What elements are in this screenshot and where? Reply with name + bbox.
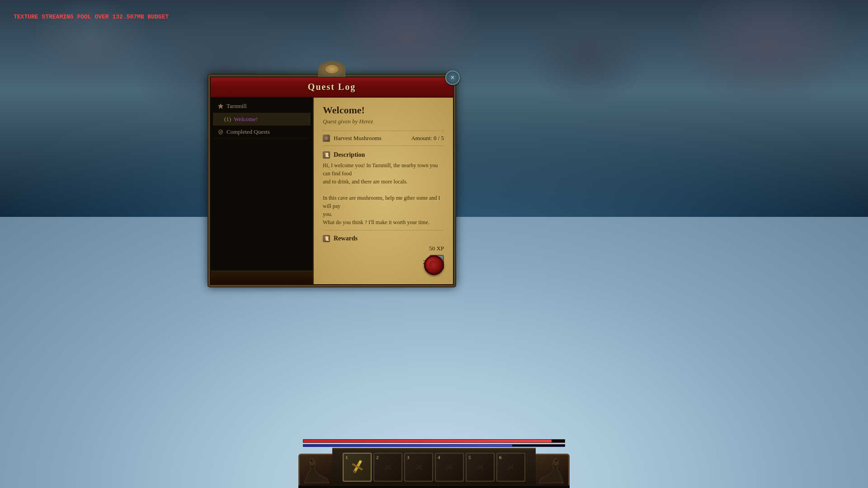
description-line2: and to drink, and there are more locals. <box>323 178 408 185</box>
hotbar-slot-3[interactable]: 3 <box>404 453 433 482</box>
hotbar-bottom-bar <box>298 485 570 488</box>
hotbar-slot-5[interactable]: 5 <box>466 453 495 482</box>
health-bar <box>303 440 552 442</box>
health-bar-container <box>303 439 565 443</box>
hotbar-left-decoration <box>298 454 332 485</box>
svg-marker-14 <box>508 464 514 469</box>
rewards-header: Rewards <box>323 235 444 242</box>
slot-key-2: 2 <box>376 455 379 460</box>
quest-list-scroll: Tarnmill (1) Welcome! C <box>213 100 311 271</box>
location-icon <box>217 103 224 109</box>
svg-marker-12 <box>446 464 453 469</box>
objective-left: Harvest Mushrooms <box>323 135 382 142</box>
description-line1: Hi, I welcome you! In Tarnmill, the near… <box>323 162 438 177</box>
hotbar-slot-4[interactable]: 4 <box>435 453 464 482</box>
quest-separator-3 <box>323 230 444 230</box>
quest-separator-2 <box>323 145 444 146</box>
slot-key-3: 3 <box>407 455 410 460</box>
svg-marker-13 <box>477 464 483 469</box>
description-title: Description <box>334 151 365 159</box>
window-content: Tarnmill (1) Welcome! C <box>211 98 453 284</box>
rewards-title: Rewards <box>334 235 358 242</box>
svg-marker-0 <box>218 103 223 109</box>
slot-key-6: 6 <box>499 455 502 460</box>
svg-marker-11 <box>415 464 422 469</box>
description-line4: you. <box>323 211 332 217</box>
quest-giver: Quest given by Herez <box>323 118 444 125</box>
slot-5-icon <box>473 460 487 474</box>
window-title: Quest Log <box>308 82 356 92</box>
window-top-ornament <box>318 61 345 77</box>
mana-bar <box>303 445 512 446</box>
description-header: Description <box>323 151 444 159</box>
description-line5: What do you think ? I'll make it worth y… <box>323 219 429 225</box>
window-title-bar: Quest Log <box>211 77 453 98</box>
completed-label: Completed Quests <box>226 128 270 136</box>
debug-text: TEXTURE STREAMING POOL OVER 132.507MB BU… <box>14 14 169 20</box>
svg-marker-10 <box>385 464 391 469</box>
welcome-label: Welcome! <box>234 116 258 123</box>
hotbar-slot-1[interactable]: 1 <box>343 453 372 482</box>
description-icon <box>323 151 330 159</box>
svg-point-15 <box>553 459 558 465</box>
quest-log-window: Quest Log Tarnmill <box>208 75 456 287</box>
svg-point-16 <box>556 460 557 461</box>
quest-category-completed[interactable]: Completed Quests <box>213 126 311 139</box>
quest-detail-title: Welcome! <box>323 104 444 116</box>
hotbar-right-decoration <box>536 454 570 485</box>
slot-6-icon <box>504 460 518 474</box>
wax-seal <box>425 257 442 273</box>
reward-xp: 50 XP <box>323 245 444 252</box>
mana-bar-container <box>303 444 565 447</box>
close-button[interactable] <box>445 70 460 85</box>
description-line3: In this cave are mushrooms, help me gthe… <box>323 195 440 209</box>
hud-bottom: 1 2 3 <box>298 439 570 488</box>
weapon-icon <box>349 459 366 476</box>
hotbar-frame: 1 2 3 <box>298 448 570 485</box>
quest-detail-panel: Welcome! Quest given by Herez Harvest Mu… <box>314 98 453 284</box>
quest-category-tarnmill[interactable]: Tarnmill <box>213 100 311 113</box>
completed-icon <box>217 129 224 135</box>
horse-head-right <box>536 454 568 485</box>
bars-container <box>298 439 570 447</box>
objective-label: Harvest Mushrooms <box>334 135 382 142</box>
quest-objective: Harvest Mushrooms Amount: 0 / 5 <box>323 135 444 142</box>
objective-icon <box>323 135 330 142</box>
quest-separator-1 <box>323 131 444 131</box>
slot-3-icon <box>412 460 425 474</box>
horse-head-left <box>300 454 332 485</box>
slot-key-5: 5 <box>468 455 471 460</box>
rewards-icon <box>323 235 330 242</box>
objective-amount: Amount: 0 / 5 <box>411 135 444 142</box>
quest-number: (1) <box>224 116 231 123</box>
hotbar-slot-2[interactable]: 2 <box>373 453 402 482</box>
tarnmill-label: Tarnmill <box>226 103 247 110</box>
hotbar-slots: 1 2 3 <box>332 448 536 485</box>
quest-list-bottom-bar <box>211 271 313 284</box>
slot-key-4: 4 <box>438 455 440 460</box>
slot-4-icon <box>443 460 456 474</box>
hotbar-slot-6[interactable]: 6 <box>496 453 525 482</box>
quest-description: Hi, I welcome you! In Tarnmill, the near… <box>323 161 444 226</box>
quest-list-panel: Tarnmill (1) Welcome! C <box>211 98 314 284</box>
svg-point-5 <box>311 460 312 461</box>
svg-point-4 <box>310 459 315 465</box>
slot-key-1: 1 <box>345 455 348 460</box>
window-frame: Quest Log Tarnmill <box>208 75 456 287</box>
slot-2-icon <box>381 460 395 474</box>
quest-item-welcome[interactable]: (1) Welcome! <box>213 113 311 126</box>
